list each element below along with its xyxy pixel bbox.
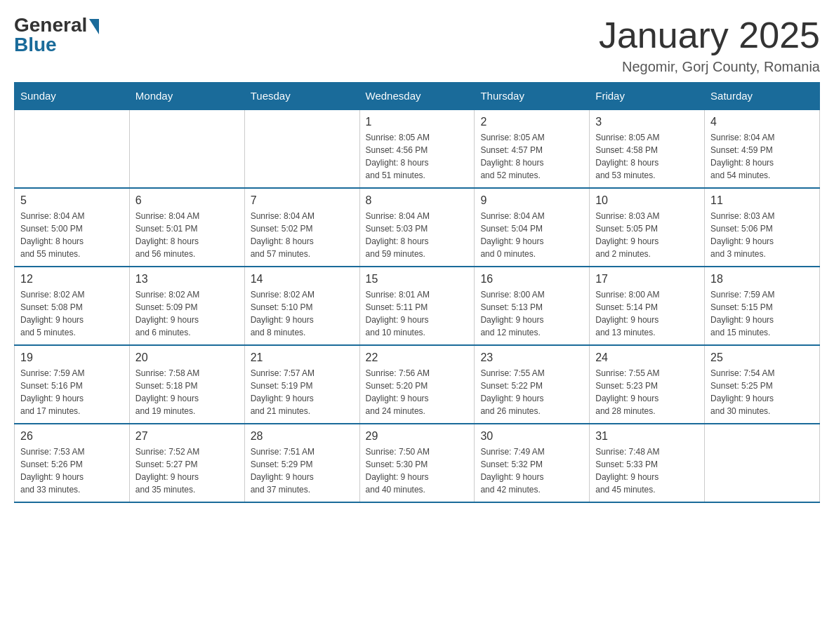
day-info: Sunrise: 7:59 AMSunset: 5:15 PMDaylight:…	[710, 288, 814, 339]
day-number: 18	[710, 273, 814, 286]
calendar-day-cell: 12Sunrise: 8:02 AMSunset: 5:08 PMDayligh…	[15, 267, 130, 345]
calendar-day-cell: 13Sunrise: 8:02 AMSunset: 5:09 PMDayligh…	[129, 267, 244, 345]
day-number: 11	[710, 194, 814, 207]
calendar-day-cell: 6Sunrise: 8:04 AMSunset: 5:01 PMDaylight…	[129, 188, 244, 267]
weekday-header-saturday: Saturday	[705, 83, 820, 110]
calendar-day-cell: 18Sunrise: 7:59 AMSunset: 5:15 PMDayligh…	[705, 267, 820, 345]
calendar-day-cell	[15, 109, 130, 188]
day-number: 21	[251, 351, 354, 364]
day-info: Sunrise: 8:02 AMSunset: 5:08 PMDaylight:…	[20, 288, 124, 339]
day-info: Sunrise: 7:54 AMSunset: 5:25 PMDaylight:…	[710, 367, 814, 417]
day-number: 17	[595, 273, 699, 286]
calendar-day-cell: 9Sunrise: 8:04 AMSunset: 5:04 PMDaylight…	[475, 188, 590, 267]
calendar-day-cell	[129, 109, 244, 188]
day-number: 31	[595, 430, 699, 443]
day-number: 13	[135, 273, 239, 286]
day-info: Sunrise: 8:00 AMSunset: 5:13 PMDaylight:…	[480, 288, 583, 339]
day-info: Sunrise: 8:05 AMSunset: 4:58 PMDaylight:…	[595, 131, 699, 182]
day-info: Sunrise: 8:02 AMSunset: 5:10 PMDaylight:…	[251, 288, 354, 339]
calendar-day-cell: 22Sunrise: 7:56 AMSunset: 5:20 PMDayligh…	[359, 345, 475, 424]
day-info: Sunrise: 8:04 AMSunset: 5:01 PMDaylight:…	[135, 210, 239, 260]
logo-arrow-icon	[89, 19, 99, 34]
day-info: Sunrise: 7:50 AMSunset: 5:30 PMDaylight:…	[366, 445, 469, 496]
location: Negomir, Gorj County, Romania	[599, 59, 820, 75]
day-info: Sunrise: 7:58 AMSunset: 5:18 PMDaylight:…	[135, 367, 239, 417]
title-area: January 2025 Negomir, Gorj County, Roman…	[599, 14, 820, 75]
calendar-day-cell: 26Sunrise: 7:53 AMSunset: 5:26 PMDayligh…	[15, 424, 130, 502]
day-number: 5	[20, 194, 124, 207]
calendar-day-cell: 2Sunrise: 8:05 AMSunset: 4:57 PMDaylight…	[475, 109, 590, 188]
calendar-week-row: 12Sunrise: 8:02 AMSunset: 5:08 PMDayligh…	[15, 267, 820, 345]
calendar-day-cell: 27Sunrise: 7:52 AMSunset: 5:27 PMDayligh…	[129, 424, 244, 502]
calendar-week-row: 1Sunrise: 8:05 AMSunset: 4:56 PMDaylight…	[15, 109, 820, 188]
calendar-day-cell: 8Sunrise: 8:04 AMSunset: 5:03 PMDaylight…	[359, 188, 475, 267]
calendar-day-cell: 10Sunrise: 8:03 AMSunset: 5:05 PMDayligh…	[590, 188, 705, 267]
calendar-day-cell: 30Sunrise: 7:49 AMSunset: 5:32 PMDayligh…	[475, 424, 590, 502]
calendar-day-cell: 14Sunrise: 8:02 AMSunset: 5:10 PMDayligh…	[244, 267, 359, 345]
day-number: 6	[135, 194, 239, 207]
day-number: 7	[251, 194, 354, 207]
day-info: Sunrise: 7:55 AMSunset: 5:23 PMDaylight:…	[595, 367, 699, 417]
calendar-day-cell	[705, 424, 820, 502]
weekday-header-wednesday: Wednesday	[359, 83, 475, 110]
day-info: Sunrise: 8:00 AMSunset: 5:14 PMDaylight:…	[595, 288, 699, 339]
calendar-day-cell: 7Sunrise: 8:04 AMSunset: 5:02 PMDaylight…	[244, 188, 359, 267]
day-info: Sunrise: 7:52 AMSunset: 5:27 PMDaylight:…	[135, 445, 239, 496]
day-info: Sunrise: 7:55 AMSunset: 5:22 PMDaylight:…	[480, 367, 583, 417]
day-info: Sunrise: 8:04 AMSunset: 5:02 PMDaylight:…	[251, 210, 354, 260]
day-info: Sunrise: 7:49 AMSunset: 5:32 PMDaylight:…	[480, 445, 583, 496]
day-number: 15	[366, 273, 469, 286]
day-info: Sunrise: 7:48 AMSunset: 5:33 PMDaylight:…	[595, 445, 699, 496]
weekday-header-friday: Friday	[590, 83, 705, 110]
day-number: 2	[480, 116, 583, 128]
day-number: 30	[480, 430, 583, 443]
calendar-day-cell: 23Sunrise: 7:55 AMSunset: 5:22 PMDayligh…	[475, 345, 590, 424]
day-info: Sunrise: 7:57 AMSunset: 5:19 PMDaylight:…	[251, 367, 354, 417]
weekday-header-monday: Monday	[129, 83, 244, 110]
day-info: Sunrise: 8:04 AMSunset: 4:59 PMDaylight:…	[710, 131, 814, 182]
day-number: 9	[480, 194, 583, 207]
day-info: Sunrise: 7:53 AMSunset: 5:26 PMDaylight:…	[20, 445, 124, 496]
calendar-day-cell: 17Sunrise: 8:00 AMSunset: 5:14 PMDayligh…	[590, 267, 705, 345]
day-number: 19	[20, 351, 124, 364]
page-header: General Blue January 2025 Negomir, Gorj …	[14, 14, 820, 75]
calendar-day-cell: 15Sunrise: 8:01 AMSunset: 5:11 PMDayligh…	[359, 267, 475, 345]
day-number: 16	[480, 273, 583, 286]
month-title: January 2025	[599, 14, 820, 56]
day-info: Sunrise: 8:03 AMSunset: 5:06 PMDaylight:…	[710, 210, 814, 260]
calendar-day-cell: 16Sunrise: 8:00 AMSunset: 5:13 PMDayligh…	[475, 267, 590, 345]
calendar-day-cell: 20Sunrise: 7:58 AMSunset: 5:18 PMDayligh…	[129, 345, 244, 424]
day-number: 10	[595, 194, 699, 207]
day-number: 25	[710, 351, 814, 364]
calendar-day-cell: 19Sunrise: 7:59 AMSunset: 5:16 PMDayligh…	[15, 345, 130, 424]
calendar-day-cell: 3Sunrise: 8:05 AMSunset: 4:58 PMDaylight…	[590, 109, 705, 188]
day-number: 14	[251, 273, 354, 286]
calendar-day-cell: 25Sunrise: 7:54 AMSunset: 5:25 PMDayligh…	[705, 345, 820, 424]
day-number: 1	[366, 116, 469, 128]
day-number: 27	[135, 430, 239, 443]
calendar-table: SundayMondayTuesdayWednesdayThursdayFrid…	[14, 82, 820, 503]
calendar-day-cell: 29Sunrise: 7:50 AMSunset: 5:30 PMDayligh…	[359, 424, 475, 502]
day-info: Sunrise: 8:02 AMSunset: 5:09 PMDaylight:…	[135, 288, 239, 339]
weekday-header-tuesday: Tuesday	[244, 83, 359, 110]
calendar-day-cell	[244, 109, 359, 188]
day-number: 26	[20, 430, 124, 443]
calendar-day-cell: 5Sunrise: 8:04 AMSunset: 5:00 PMDaylight…	[15, 188, 130, 267]
weekday-header-thursday: Thursday	[475, 83, 590, 110]
weekday-header-sunday: Sunday	[15, 83, 130, 110]
day-number: 29	[366, 430, 469, 443]
day-number: 28	[251, 430, 354, 443]
day-info: Sunrise: 8:05 AMSunset: 4:56 PMDaylight:…	[366, 131, 469, 182]
logo-blue-text: Blue	[14, 34, 57, 56]
calendar-week-row: 19Sunrise: 7:59 AMSunset: 5:16 PMDayligh…	[15, 345, 820, 424]
logo: General Blue	[14, 14, 99, 56]
calendar-day-cell: 1Sunrise: 8:05 AMSunset: 4:56 PMDaylight…	[359, 109, 475, 188]
calendar-week-row: 26Sunrise: 7:53 AMSunset: 5:26 PMDayligh…	[15, 424, 820, 502]
calendar-day-cell: 28Sunrise: 7:51 AMSunset: 5:29 PMDayligh…	[244, 424, 359, 502]
day-number: 24	[595, 351, 699, 364]
calendar-day-cell: 31Sunrise: 7:48 AMSunset: 5:33 PMDayligh…	[590, 424, 705, 502]
weekday-header-row: SundayMondayTuesdayWednesdayThursdayFrid…	[15, 83, 820, 110]
day-info: Sunrise: 8:03 AMSunset: 5:05 PMDaylight:…	[595, 210, 699, 260]
day-info: Sunrise: 8:05 AMSunset: 4:57 PMDaylight:…	[480, 131, 583, 182]
day-number: 8	[366, 194, 469, 207]
